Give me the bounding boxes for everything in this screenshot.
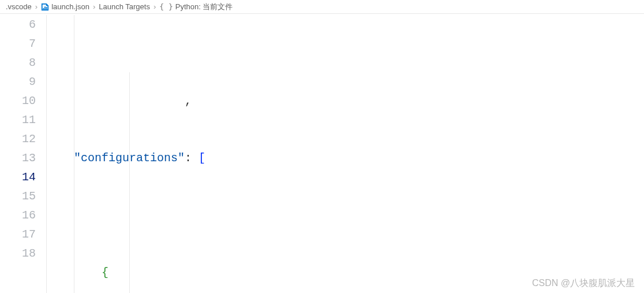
- code-content[interactable]: , "configurations": [ { "name": "Python:…: [46, 15, 644, 293]
- settings-json-icon: [41, 3, 49, 11]
- breadcrumb-config[interactable]: Python: 当前文件: [175, 2, 233, 12]
- line-number-gutter: 6 7 8 9 10 11 12 13 14 15 16 17 18: [0, 15, 46, 293]
- line-number: 16: [0, 206, 36, 225]
- code-line: "configurations": [: [46, 149, 644, 168]
- code-line: ,: [46, 91, 644, 110]
- line-number: 10: [0, 91, 36, 110]
- chevron-right-icon: ›: [35, 2, 38, 11]
- line-number: 13: [0, 149, 36, 168]
- code-editor[interactable]: 6 7 8 9 10 11 12 13 14 15 16 17 18 , "co…: [0, 14, 644, 293]
- indent-guide: [129, 72, 130, 293]
- breadcrumb-file[interactable]: launch.json: [51, 2, 89, 11]
- breadcrumb-folder[interactable]: .vscode: [6, 2, 32, 11]
- line-number: 11: [0, 110, 36, 129]
- json-object-icon: { }: [159, 2, 173, 11]
- line-number: 7: [0, 34, 36, 53]
- chevron-right-icon: ›: [93, 2, 95, 11]
- code-line: {: [46, 263, 644, 282]
- line-number: 6: [0, 15, 36, 34]
- line-number: 17: [0, 225, 36, 244]
- line-number: 18: [0, 244, 36, 263]
- line-number: 9: [0, 72, 36, 91]
- line-number: 15: [0, 187, 36, 206]
- breadcrumb-section[interactable]: Launch Targets: [99, 2, 150, 11]
- line-number: 12: [0, 129, 36, 149]
- breadcrumb[interactable]: .vscode › launch.json › Launch Targets ›…: [0, 0, 644, 14]
- line-number-current: 14: [0, 168, 36, 187]
- code-line: [46, 206, 644, 225]
- chevron-right-icon: ›: [153, 2, 156, 11]
- line-number: 8: [0, 53, 36, 72]
